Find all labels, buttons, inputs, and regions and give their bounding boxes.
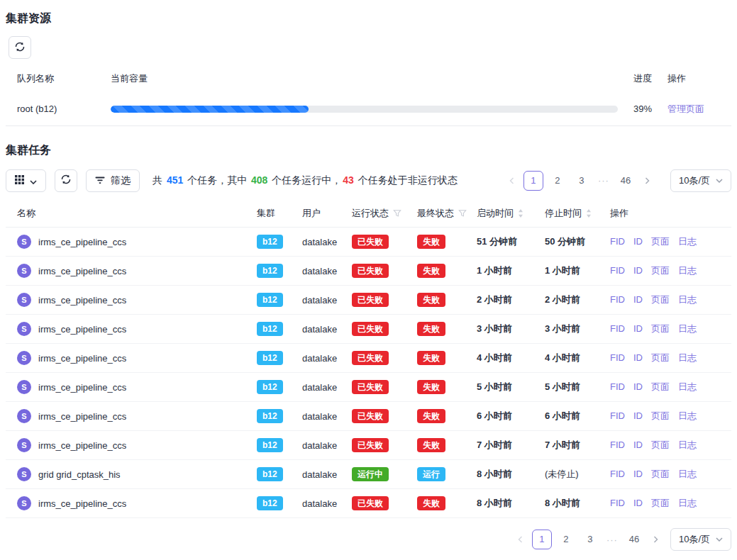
task-name: irms_ce_pipeline_ccs <box>38 324 126 335</box>
row-action-id[interactable]: ID <box>633 498 643 508</box>
row-action-fid[interactable]: FID <box>610 469 625 479</box>
summary-text: 共 <box>153 174 165 186</box>
final-status-badge: 失败 <box>417 496 445 510</box>
row-action-id[interactable]: ID <box>633 381 643 392</box>
spark-avatar-icon: S <box>17 496 31 510</box>
row-action-page[interactable]: 页面 <box>651 381 670 392</box>
page-button-2[interactable]: 2 <box>556 530 576 549</box>
page-ellipsis[interactable]: ··· <box>602 534 622 545</box>
resources-refresh-button[interactable] <box>9 36 31 59</box>
prev-page-button[interactable] <box>503 171 521 191</box>
col-progress: 进度 <box>622 65 662 93</box>
chevron-down-icon <box>30 175 37 186</box>
page-button-3[interactable]: 3 <box>580 530 600 549</box>
row-action-fid[interactable]: FID <box>610 498 625 508</box>
row-action-page[interactable]: 页面 <box>651 323 670 334</box>
run-status-badge: 已失败 <box>352 438 389 452</box>
row-action-log[interactable]: 日志 <box>678 294 697 305</box>
next-page-button[interactable] <box>646 530 665 549</box>
run-status-badge: 运行中 <box>352 467 389 481</box>
row-action-log[interactable]: 日志 <box>678 352 697 363</box>
cluster-badge: b12 <box>257 235 283 249</box>
row-action-fid[interactable]: FID <box>610 381 625 392</box>
table-row: Sirms_ce_pipeline_ccsb12datalake已失败失败51 … <box>6 228 731 257</box>
row-action-id[interactable]: ID <box>633 323 643 334</box>
table-row: Sirms_ce_pipeline_ccsb12datalake已失败失败4 小… <box>6 344 731 373</box>
row-action-page[interactable]: 页面 <box>651 236 670 247</box>
cluster-badge: b12 <box>257 409 283 423</box>
row-action-log[interactable]: 日志 <box>678 439 697 450</box>
run-status-badge: 已失败 <box>352 235 389 249</box>
page-button-3[interactable]: 3 <box>572 171 592 191</box>
row-action-page[interactable]: 页面 <box>651 410 670 421</box>
page-size-select[interactable]: 10条/页 <box>670 528 731 551</box>
row-action-log[interactable]: 日志 <box>678 469 697 479</box>
row-action-fid[interactable]: FID <box>610 265 625 276</box>
row-action-page[interactable]: 页面 <box>651 498 670 508</box>
page-button-1[interactable]: 1 <box>523 171 543 191</box>
column-settings-button[interactable] <box>6 169 46 192</box>
row-action-page[interactable]: 页面 <box>651 469 670 479</box>
col-resource-action: 操作 <box>662 65 731 93</box>
tasks-refresh-button[interactable] <box>55 169 77 192</box>
table-row: Sirms_ce_pipeline_ccsb12datalake已失败失败6 小… <box>6 402 731 431</box>
stop-time-sort-icon[interactable] <box>586 209 592 218</box>
row-action-log[interactable]: 日志 <box>678 323 697 334</box>
row-action-id[interactable]: ID <box>633 469 643 479</box>
row-action-id[interactable]: ID <box>633 352 643 363</box>
task-name: irms_ce_pipeline_ccs <box>38 440 126 451</box>
filter-icon <box>95 175 105 186</box>
spark-avatar-icon: S <box>17 409 31 423</box>
stop-time: 2 小时前 <box>539 286 604 315</box>
row-action-id[interactable]: ID <box>633 265 643 276</box>
page-size-select[interactable]: 10条/页 <box>670 169 731 192</box>
row-action-page[interactable]: 页面 <box>651 439 670 450</box>
row-action-id[interactable]: ID <box>633 294 643 305</box>
row-action-page[interactable]: 页面 <box>651 294 670 305</box>
row-action-page[interactable]: 页面 <box>651 265 670 276</box>
row-action-fid[interactable]: FID <box>610 323 625 334</box>
row-action-fid[interactable]: FID <box>610 439 625 450</box>
page-ellipsis[interactable]: ··· <box>594 175 614 186</box>
row-action-id[interactable]: ID <box>633 236 643 247</box>
manage-page-link[interactable]: 管理页面 <box>667 103 704 114</box>
row-action-fid[interactable]: FID <box>610 352 625 363</box>
spark-avatar-icon: S <box>17 264 31 278</box>
cluster-badge: b12 <box>257 293 283 307</box>
bottom-pagination-bar: 123···46 10条/页 <box>6 528 731 551</box>
task-name: irms_ce_pipeline_ccs <box>38 411 126 422</box>
grid-icon <box>15 175 24 186</box>
page-button-46[interactable]: 46 <box>616 171 636 191</box>
prev-page-button[interactable] <box>511 530 530 549</box>
row-action-fid[interactable]: FID <box>610 236 625 247</box>
next-page-button[interactable] <box>638 171 656 191</box>
col-user: 用户 <box>297 201 346 228</box>
final-status-filter-icon[interactable] <box>458 209 467 218</box>
row-action-fid[interactable]: FID <box>610 294 625 305</box>
start-time-sort-icon[interactable] <box>518 209 523 218</box>
row-action-log[interactable]: 日志 <box>678 410 697 421</box>
row-action-log[interactable]: 日志 <box>678 498 697 508</box>
total-count: 451 <box>165 174 184 186</box>
start-time: 1 小时前 <box>471 257 539 286</box>
cluster-badge: b12 <box>257 351 283 365</box>
run-status-badge: 已失败 <box>352 380 389 394</box>
page-button-1[interactable]: 1 <box>532 530 552 549</box>
row-action-log[interactable]: 日志 <box>678 381 697 392</box>
chevron-right-icon <box>652 533 659 546</box>
row-action-log[interactable]: 日志 <box>678 236 697 247</box>
row-action-log[interactable]: 日志 <box>678 265 697 276</box>
row-action-id[interactable]: ID <box>633 439 643 450</box>
final-status-badge: 失败 <box>417 293 445 307</box>
row-action-page[interactable]: 页面 <box>651 352 670 363</box>
run-status-filter-icon[interactable] <box>393 209 401 218</box>
row-action-fid[interactable]: FID <box>610 410 625 421</box>
run-status-badge: 已失败 <box>352 351 389 365</box>
stop-time: 4 小时前 <box>539 344 604 373</box>
start-time: 8 小时前 <box>471 489 539 518</box>
page-button-2[interactable]: 2 <box>548 171 567 191</box>
start-time: 8 小时前 <box>471 460 539 489</box>
filter-button[interactable]: 筛选 <box>86 169 140 192</box>
row-action-id[interactable]: ID <box>633 410 643 421</box>
page-button-46[interactable]: 46 <box>624 530 644 549</box>
